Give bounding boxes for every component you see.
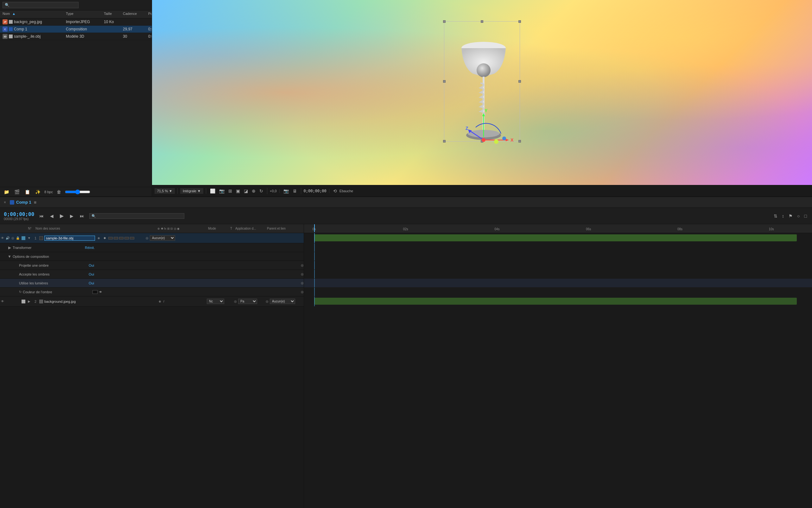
zoom-group: 71,5 % ▼ (155, 188, 178, 194)
layer1-switches: ⊕ ✱ (95, 236, 146, 240)
shadow-color-arrow: ➜ (99, 290, 102, 294)
markers-btn[interactable]: ⚑ (787, 213, 794, 219)
col-size-header[interactable]: Taille (104, 12, 123, 17)
layer2-name: background.jpeg.jpg (44, 300, 156, 303)
project-table: Nom ▲ Type Taille Cadence Point d'entrée… (0, 10, 152, 187)
layer1-visibility-btn[interactable]: 👁 (0, 236, 5, 240)
track-transformer (304, 243, 812, 252)
track-accept-shadow-playhead (314, 270, 315, 279)
channel-btn[interactable]: ⊕ (251, 188, 257, 194)
expressions-btn[interactable]: ○ (796, 213, 801, 219)
comp-options-expand[interactable]: ▼ (6, 254, 13, 259)
trash-btn[interactable]: 🗑 (55, 189, 62, 195)
time-display[interactable]: 0;00;00;00 (4, 211, 34, 217)
track1-playhead (314, 233, 315, 243)
parent-switch-btn[interactable]: ⇅ (772, 213, 779, 219)
new-folder-btn[interactable]: 📁 (3, 189, 10, 195)
track-transformer-playhead (314, 243, 315, 252)
go-start-btn[interactable]: ⏮ (38, 213, 45, 219)
track-comp-options (304, 252, 812, 261)
shadow-color-swatch[interactable] (92, 290, 97, 294)
layer2-mode-select[interactable]: Nc (207, 299, 224, 304)
media-btn[interactable]: □ (803, 213, 808, 219)
track2-bar[interactable] (314, 298, 797, 305)
timeline-menu-btn[interactable]: ≡ (34, 200, 36, 205)
viewer-timecode: 0;00;00;00 (304, 189, 327, 193)
quality-dropdown[interactable]: Intégrale ▼ (180, 188, 203, 194)
effects-btn[interactable]: ✨ (34, 189, 42, 195)
layer1-sw1[interactable]: ⊕ (96, 236, 101, 240)
safe-zones-btn[interactable]: ▣ (235, 188, 241, 194)
zoom-dropdown[interactable]: 71,5 % ▼ (155, 188, 175, 194)
render-btn[interactable]: 🖥 (291, 188, 298, 194)
mode-icon[interactable]: ⟲ (332, 188, 338, 194)
grid-btn[interactable]: ⊞ (227, 188, 233, 194)
next-frame-btn[interactable]: ▶ (69, 213, 75, 219)
project-panel: Nom ▲ Type Taille Cadence Point d'entrée… (0, 0, 152, 196)
zoom-slider[interactable] (65, 189, 90, 195)
accept-shadow-value[interactable]: Oui (89, 272, 94, 276)
layer2-apply-select[interactable]: Pa (238, 299, 257, 304)
track1-bar[interactable] (314, 235, 797, 241)
svg-point-14 (502, 136, 506, 140)
new-comp-btn[interactable]: 🎬 (13, 189, 21, 195)
ruler-4s: 04s (495, 227, 500, 231)
cast-shadow-value[interactable]: Oui (89, 263, 94, 267)
project-search-input[interactable] (3, 2, 79, 8)
transformer-expand[interactable]: ▶ (6, 246, 13, 250)
layer-row-1[interactable]: 👁 🔊 ◎ 🔒 ▼ 1 ⊕ ✱ (0, 233, 304, 243)
track2-playhead (314, 296, 315, 306)
timeline-close-btn[interactable]: × (3, 200, 7, 205)
transformer-reset[interactable]: Réinit. (85, 246, 95, 250)
snapshot-btn[interactable]: 📷 (218, 188, 226, 194)
layer1-parent-select[interactable]: Aucun(e) (150, 235, 175, 241)
col-name-header[interactable]: Nom ▲ (3, 12, 66, 17)
use-lights-value[interactable]: Oui (89, 281, 94, 285)
layer2-lock-btn[interactable] (15, 299, 20, 304)
timeline-tracks (304, 233, 812, 508)
playhead[interactable] (314, 224, 315, 232)
layer-row-2[interactable]: 👁 ▶ 2 background.jpeg.jpg ⊕ / (0, 296, 304, 306)
transparency-btn[interactable]: ◪ (243, 188, 249, 194)
track-shadow-color (304, 288, 812, 296)
track-row-2 (304, 296, 812, 306)
col-type-header[interactable]: Type (66, 12, 104, 17)
layer1-lock-btn[interactable]: 🔒 (15, 236, 20, 240)
layer1-sw4 (114, 237, 118, 240)
take-screenshot-btn[interactable]: 📷 (282, 188, 290, 194)
col-switches-header: ⊕ ✱ fx ⊞ ⊟ ◎ ◉ (156, 227, 207, 230)
layer2-visibility-btn[interactable]: 👁 (0, 299, 5, 304)
shadow-color-link: ◎ (301, 290, 304, 294)
project-item-comp1[interactable]: C Comp 1 Composition 29,97 0;00;00;00 (0, 26, 152, 33)
layer1-solo-btn[interactable]: ◎ (10, 236, 15, 240)
project-item-3d[interactable]: 3D sample-_.ile.obj Modèle 3D 30 0:00:00… (0, 33, 152, 40)
layer1-icon (39, 236, 43, 240)
play-btn[interactable]: ▶ (58, 212, 65, 219)
footage-btn[interactable]: 📋 (24, 189, 31, 195)
quality-group: Intégrale ▼ (180, 188, 206, 194)
layer2-expand-btn[interactable]: ▶ (27, 300, 32, 303)
layer2-sw1[interactable]: ⊕ (158, 299, 163, 304)
layer1-sw2[interactable]: ✱ (102, 236, 108, 240)
layer1-sw5 (119, 237, 124, 240)
layer2-audio-btn[interactable] (5, 299, 10, 304)
timeline-extra-controls: ⇅ ↕ ⚑ ○ □ (188, 213, 808, 219)
refresh-btn[interactable]: ↻ (258, 188, 264, 194)
fps-label: 00000 (29.97 fps) (4, 217, 34, 221)
layer2-switches: ⊕ / (156, 299, 207, 304)
layer2-solo-btn[interactable] (10, 299, 15, 304)
viewer-panel: X Y Z 71,5 % ▼ Intégrale ▼ (152, 0, 812, 196)
project-item-jpeg[interactable]: JP backgro_peg.jpg ImporterJPEG 10 Ko (0, 18, 152, 26)
fit-viewer-btn[interactable]: ⬜ (209, 188, 217, 194)
timeline-search-input[interactable] (89, 213, 184, 219)
col-inpoint-header[interactable]: Point d'entrée (148, 12, 152, 17)
svg-point-13 (494, 139, 499, 144)
go-end-btn[interactable]: ⏭ (79, 213, 86, 219)
layer1-audio-btn[interactable]: 🔊 (5, 236, 10, 240)
layer1-name-input[interactable] (44, 236, 95, 241)
layer2-parent-select[interactable]: Aucun(e) (270, 299, 295, 304)
layer1-expand-btn[interactable]: ▼ (27, 236, 32, 240)
columns-btn[interactable]: ↕ (781, 213, 785, 219)
prev-frame-btn[interactable]: ◀ (49, 213, 55, 219)
col-framerate-header[interactable]: Cadence (123, 12, 148, 17)
